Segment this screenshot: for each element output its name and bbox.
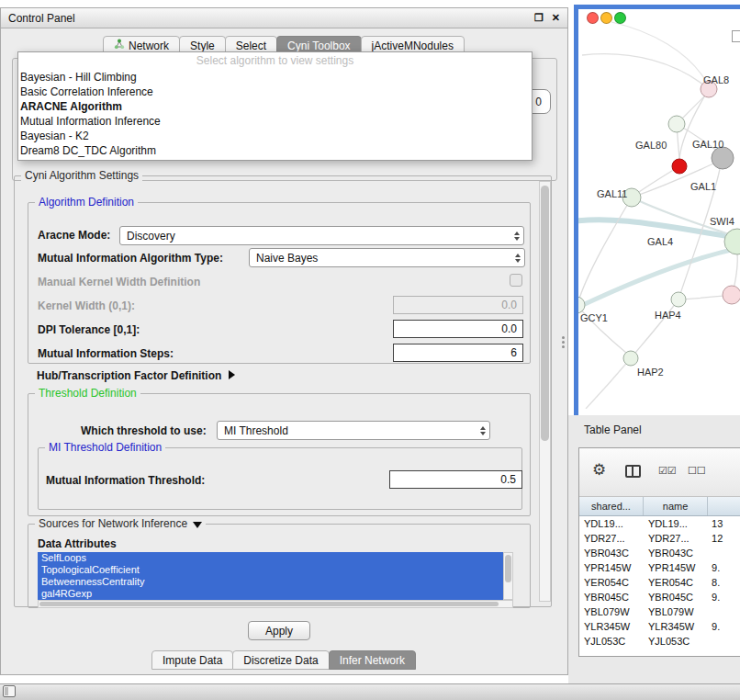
network-edge[interactable] [635,299,678,353]
table-cell: YBR045C [579,592,644,603]
mi-threshold-group: MI Threshold Definition Mutual Informati… [38,447,522,510]
close-window-icon[interactable]: ✕ [552,13,560,23]
desktop: Control Panel ❐ ✕ NetworkStyleSelectCyni… [0,0,740,700]
algorithm-option[interactable]: Basic Correlation Inference [18,85,532,99]
dpi-tolerance-field[interactable]: 0.0 [393,320,523,338]
tab-label: Discretize Data [243,654,318,667]
control-panel-dock-icon[interactable] [3,685,16,697]
network-node[interactable] [671,292,686,307]
network-node[interactable] [668,116,685,132]
mi-threshold-group-title: MI Threshold Definition [45,441,165,454]
select-all-columns-icon[interactable]: ☑☑ [658,466,677,476]
apply-button[interactable]: Apply [248,621,310,640]
deselect-all-columns-icon[interactable]: ☐☐ [688,466,706,476]
table-cell: YDL19... [644,518,708,529]
network-overview-toggle[interactable] [732,30,740,42]
which-threshold-label: Which threshold to use: [81,424,207,437]
sources-section-toggle[interactable]: Sources for Network Inference [35,517,206,530]
node-label: HAP4 [655,310,681,321]
kernel-width-label: Kernel Width (0,1): [38,299,135,312]
table-row[interactable]: YDL19...YDL19...13 [579,516,740,531]
minimize-button[interactable] [600,12,612,24]
table-row[interactable]: YLR345WYLR345W9. [579,619,740,634]
hub-definition-toggle[interactable]: Hub/Transcription Factor Definition [37,369,235,382]
settings-scrollbar-thumb[interactable] [541,186,549,441]
network-view-window: GAL8GAL80GAL10GAL11GAL1SWI4GAL4GCY1HAP4H… [574,5,740,423]
data-attribute-item[interactable]: BetweennessCentrality [38,576,503,588]
panel-splitter-grip[interactable] [562,336,565,348]
network-node[interactable] [578,297,585,313]
aracne-mode-label: Aracne Mode: [38,229,110,242]
table-cell: YBL079W [644,606,708,617]
table-row[interactable]: YJL053CYJL053C [579,634,740,649]
table-row[interactable]: YPR145WYPR145W9. [579,560,740,575]
threshold-select-value: MI Threshold [224,424,489,437]
attributes-vertical-scrollbar-thumb[interactable] [505,555,511,582]
algorithm-option[interactable]: ARACNE Algorithm [18,99,532,114]
table-row[interactable]: YBR043CYBR043C [579,546,740,560]
network-edge[interactable] [611,22,707,83]
mi-threshold-field[interactable]: 0.5 [389,470,522,489]
close-button[interactable] [587,12,599,24]
combo-arrows-icon [480,422,486,439]
table-cell: YDR27... [644,533,708,544]
mi-type-label: Mutual Information Algorithm Type: [38,252,223,265]
table-cell: YJL053C [579,636,644,647]
table-cell: YBL079W [579,606,644,617]
table-cell: YDR27... [579,533,644,544]
table-row[interactable]: YDR27...YDR27...12 [579,531,740,546]
node-label: HAP2 [637,367,664,378]
network-node[interactable] [712,147,734,169]
tab-impute-data[interactable]: Impute Data [151,650,233,670]
apply-button-label: Apply [265,625,293,638]
algorithm-select-popup: Select algorithm to view settings Bayesi… [17,51,533,161]
show-columns-icon[interactable] [625,465,641,478]
settings-scrollbar[interactable] [539,181,551,602]
node-label: GCY1 [580,312,608,323]
network-icon [114,39,125,52]
mi-steps-value: 6 [510,346,517,359]
data-attribute-item[interactable]: SelfLoops [38,552,503,564]
table-row[interactable]: YER054CYER054C8. [579,575,740,590]
mi-type-value: Naive Bayes [256,252,524,265]
network-edge[interactable] [582,54,709,89]
zoom-button[interactable] [614,12,626,24]
tab-infer-network[interactable]: Infer Network [329,650,416,670]
mi-steps-field[interactable]: 6 [393,344,523,362]
table-row[interactable]: YBL079WYBL079W [579,604,740,619]
tab-label: Cyni Toolbox [287,40,350,52]
network-node[interactable] [623,351,638,366]
mi-algorithm-type-select[interactable]: Naive Bayes [249,248,525,267]
attributes-horizontal-scrollbar-thumb[interactable] [39,602,499,606]
spinner-value: 0 [535,96,542,108]
table-panel-title[interactable]: Table Panel [584,423,642,436]
data-attribute-item[interactable]: gal4RGexp [38,588,503,600]
table-settings-gear-icon[interactable]: ⚙ [592,462,606,478]
network-edge[interactable] [578,244,740,312]
algorithm-option[interactable]: Mutual Information Inference [18,114,532,129]
dpi-tolerance-label: DPI Tolerance [0,1]: [38,323,140,336]
float-window-icon[interactable]: ❐ [534,13,544,23]
manual-kernel-label: Manual Kernel Width Definition [38,276,200,288]
tab-label: Select [236,40,266,52]
network-canvas[interactable]: GAL8GAL80GAL10GAL11GAL1SWI4GAL4GCY1HAP4H… [578,9,740,409]
tab-discretize-data[interactable]: Discretize Data [232,650,329,670]
algorithm-option[interactable]: Bayesian - K2 [18,129,532,143]
network-edge[interactable] [586,358,631,409]
combo-arrows-icon [515,249,521,266]
column-header[interactable] [708,497,740,515]
network-node[interactable] [723,286,740,304]
data-attribute-item[interactable]: TopologicalCoefficient [38,564,503,576]
algorithm-option[interactable]: Bayesian - Hill Climbing [18,70,532,85]
tab-label: Style [190,40,215,52]
table-row[interactable]: YBR045CYBR045C9. [579,590,740,604]
column-header[interactable]: name [644,497,708,515]
column-header[interactable]: shared... [579,497,644,515]
network-node[interactable] [672,159,687,174]
control-panel-titlebar[interactable]: Control Panel ❐ ✕ [1,8,567,28]
aracne-mode-select[interactable]: Discovery [119,226,524,245]
attributes-horizontal-scrollbar[interactable] [38,600,513,608]
attributes-vertical-scrollbar[interactable] [503,552,513,600]
threshold-select[interactable]: MI Threshold [217,421,490,440]
algorithm-option[interactable]: Dream8 DC_TDC Algorithm [18,143,532,158]
